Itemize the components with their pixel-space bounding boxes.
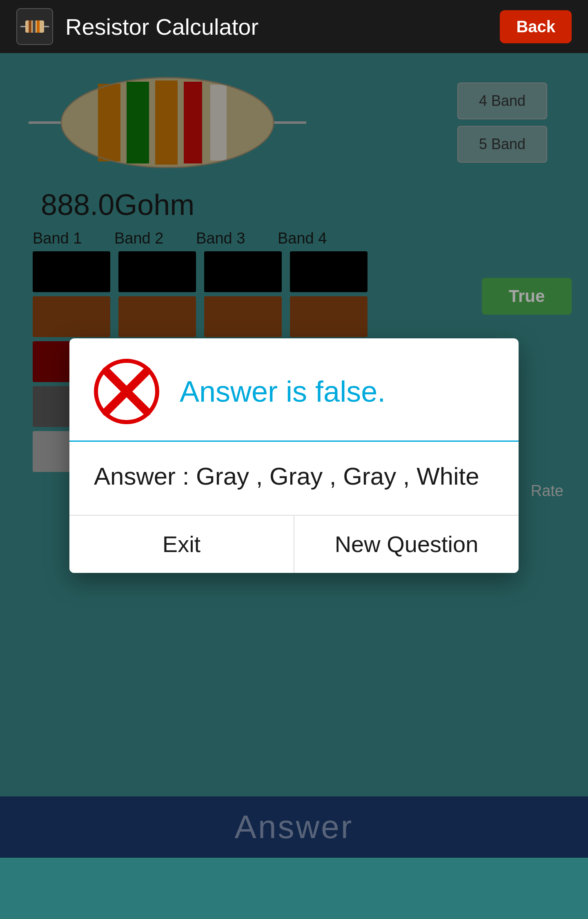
modal-footer: Exit New Question [69, 516, 519, 573]
svg-rect-3 [33, 20, 36, 33]
modal-body: Answer : Gray , Gray , Gray , White [69, 442, 519, 516]
modal-overlay: Answer is false. Answer : Gray , Gray , … [0, 53, 588, 858]
resistor-icon [20, 16, 49, 37]
false-icon [94, 359, 159, 424]
modal-answer-text: Answer : Gray , Gray , Gray , White [94, 463, 479, 490]
svg-rect-2 [29, 20, 31, 33]
exit-button[interactable]: Exit [69, 516, 294, 573]
app-icon [16, 8, 53, 45]
new-question-button[interactable]: New Question [294, 516, 519, 573]
modal-dialog: Answer is false. Answer : Gray , Gray , … [69, 338, 519, 573]
back-button[interactable]: Back [500, 10, 572, 43]
modal-title: Answer is false. [180, 375, 385, 408]
app-title: Resistor Calculator [65, 13, 500, 40]
app-header: Resistor Calculator Back [0, 0, 588, 53]
main-content: 4 Band 5 Band 888.0Gohm Band 1 Band 2 Ba… [0, 53, 588, 858]
modal-header: Answer is false. [69, 338, 519, 440]
svg-rect-4 [37, 20, 40, 33]
